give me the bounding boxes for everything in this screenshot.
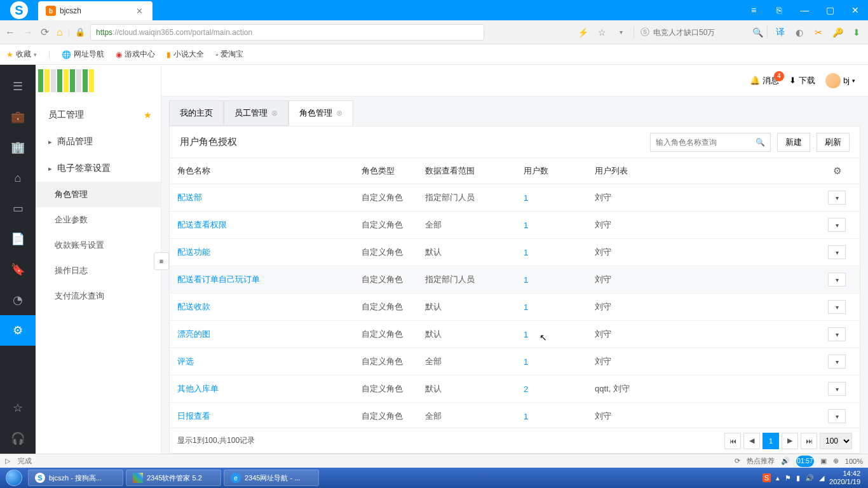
user-menu[interactable]: bj ▾ bbox=[825, 73, 855, 88]
chevron-down-icon[interactable]: ▾ bbox=[614, 29, 627, 36]
search-icon[interactable]: 🔍 bbox=[756, 138, 765, 147]
role-name-link[interactable]: 漂亮的图 bbox=[177, 329, 210, 339]
collapse-handle[interactable]: ≡ bbox=[154, 252, 169, 270]
user-count-link[interactable]: 1 bbox=[524, 220, 528, 230]
page-first[interactable]: ⏮ bbox=[724, 433, 741, 449]
browser-search-input[interactable] bbox=[653, 28, 749, 37]
taskbar-item[interactable]: 2345软件管家 5.2 bbox=[126, 470, 221, 486]
table-row[interactable]: 漂亮的图自定义角色默认1刘守▾ bbox=[170, 321, 860, 348]
sidebar-dashboard-icon[interactable]: ◔ bbox=[0, 285, 36, 315]
tray-time[interactable]: 14:42 bbox=[829, 470, 860, 478]
menu-sub-item[interactable]: 支付流水查询 bbox=[36, 283, 161, 309]
star-icon[interactable]: ☆ bbox=[595, 27, 608, 37]
browser-search[interactable]: ⓢ 🔍 bbox=[634, 27, 761, 38]
gear-icon[interactable]: ⚙ bbox=[833, 165, 841, 176]
row-action-dropdown[interactable]: ▾ bbox=[828, 409, 846, 423]
role-name-link[interactable]: 日报查看 bbox=[177, 411, 210, 421]
sidebar-home-icon[interactable]: ⌂ bbox=[0, 163, 36, 193]
menu-category[interactable]: ▸ 商品管理 bbox=[36, 128, 161, 155]
row-action-dropdown[interactable]: ▾ bbox=[828, 273, 846, 287]
menu-category[interactable]: 员工管理 ★ bbox=[36, 102, 161, 128]
bookmark-item[interactable]: ▫爱淘宝 bbox=[215, 49, 243, 60]
recommend-icon[interactable]: ⟳ bbox=[735, 457, 740, 465]
tab-close-icon[interactable]: ⊗ bbox=[271, 109, 278, 118]
table-row[interactable]: 其他入库单自定义角色默认2qqtt, 刘守▾ bbox=[170, 376, 860, 403]
reload-button[interactable]: ⟳ bbox=[41, 26, 49, 38]
role-name-link[interactable]: 配送查看权限 bbox=[177, 220, 227, 229]
user-count-link[interactable]: 1 bbox=[524, 193, 528, 203]
menu-sub-item[interactable]: 操作日志 bbox=[36, 258, 161, 283]
menu-icon[interactable]: ≡ bbox=[741, 0, 766, 20]
row-action-dropdown[interactable]: ▾ bbox=[828, 355, 846, 369]
menu-sub-item[interactable]: 角色管理 bbox=[36, 182, 161, 207]
sidebar-building-icon[interactable]: 🏢 bbox=[0, 132, 36, 163]
tab-close-icon[interactable]: ✕ bbox=[136, 6, 145, 16]
row-action-dropdown[interactable]: ▾ bbox=[828, 300, 846, 314]
key-icon[interactable]: 🔑 bbox=[831, 27, 844, 37]
menu-sub-item[interactable]: 企业参数 bbox=[36, 207, 161, 233]
table-row[interactable]: 配送查看权限自定义角色全部1刘守▾ bbox=[170, 212, 860, 239]
bookmark-item[interactable]: ◉游戏中心 bbox=[116, 49, 155, 60]
page-tab[interactable]: 角色管理⊗ bbox=[288, 100, 353, 126]
user-count-link[interactable]: 2 bbox=[524, 384, 528, 394]
volume-icon[interactable]: 🔊 bbox=[805, 474, 814, 482]
taskbar-item[interactable]: e2345网址导航 - ... bbox=[224, 470, 319, 486]
flag-icon[interactable]: ⚑ bbox=[785, 474, 791, 482]
bookmark-item[interactable]: ▮小说大全 bbox=[166, 49, 204, 60]
row-action-dropdown[interactable]: ▾ bbox=[828, 245, 846, 259]
maximize-icon[interactable]: ▢ bbox=[817, 0, 843, 20]
user-count-link[interactable]: 1 bbox=[524, 357, 528, 367]
search-icon[interactable]: 🔍 bbox=[752, 27, 763, 37]
sidebar-menu-icon[interactable]: ☰ bbox=[0, 71, 36, 102]
sidebar-ribbon-icon[interactable]: 🔖 bbox=[0, 254, 36, 285]
page-current[interactable]: 1 bbox=[763, 433, 779, 449]
cut-icon[interactable]: ✂ bbox=[812, 27, 825, 37]
forward-button[interactable]: → bbox=[23, 27, 33, 38]
role-name-link[interactable]: 配送部 bbox=[177, 193, 202, 202]
close-icon[interactable]: ✕ bbox=[843, 0, 868, 20]
start-button[interactable] bbox=[3, 469, 25, 487]
capture-icon[interactable]: ◐ bbox=[793, 27, 806, 37]
page-size-select[interactable]: 100 bbox=[820, 433, 852, 449]
browser-tab[interactable]: b bjcszh ✕ bbox=[38, 1, 153, 20]
sidebar-settings-icon[interactable]: ⚙ bbox=[0, 315, 36, 346]
page-prev[interactable]: ◀ bbox=[743, 433, 760, 449]
row-action-dropdown[interactable]: ▾ bbox=[828, 191, 846, 205]
role-name-link[interactable]: 其他入库单 bbox=[177, 384, 219, 393]
table-row[interactable]: 配送功能自定义角色默认1刘守▾ bbox=[170, 239, 860, 266]
table-row[interactable]: 日报查看自定义角色全部1刘守▾ bbox=[170, 403, 860, 428]
browser-logo[interactable]: S bbox=[0, 0, 38, 20]
page-tab[interactable]: 员工管理⊗ bbox=[224, 100, 288, 126]
new-button[interactable]: 新建 bbox=[777, 133, 810, 152]
row-action-dropdown[interactable]: ▾ bbox=[828, 382, 846, 396]
battery-icon[interactable]: ▮ bbox=[796, 474, 800, 482]
role-name-link[interactable]: 配送看订单自己玩订单 bbox=[177, 274, 260, 284]
page-tab[interactable]: 我的主页 bbox=[169, 100, 224, 126]
user-count-link[interactable]: 1 bbox=[524, 330, 528, 339]
bookmark-item[interactable]: 🌐网址导航 bbox=[62, 49, 104, 60]
flash-icon[interactable]: ⚡ bbox=[576, 27, 589, 37]
table-row[interactable]: 配送部自定义角色指定部门人员1刘守▾ bbox=[170, 184, 860, 212]
sidebar-headset-icon[interactable]: 🎧 bbox=[0, 423, 36, 454]
sidebar-doc-icon[interactable]: 📄 bbox=[0, 224, 36, 254]
table-row[interactable]: 配送看订单自己玩订单自定义角色指定部门人员1刘守▾ bbox=[170, 266, 860, 294]
news-icon[interactable]: ▣ bbox=[820, 457, 827, 465]
table-row[interactable]: 评选自定义角色全部1刘守▾ bbox=[170, 348, 860, 376]
role-name-link[interactable]: 配送功能 bbox=[177, 247, 210, 257]
user-count-link[interactable]: 1 bbox=[524, 302, 528, 312]
ime-icon[interactable]: S bbox=[763, 473, 771, 482]
role-name-link[interactable]: 评选 bbox=[177, 356, 194, 366]
download-link[interactable]: ⬇ 下载 bbox=[789, 75, 815, 86]
sidebar-store-icon[interactable]: ▭ bbox=[0, 193, 36, 224]
taskbar-item[interactable]: Sbjcszh - 搜狗高... bbox=[28, 470, 123, 486]
translate-icon[interactable]: 译 bbox=[774, 27, 787, 38]
sidebar-star-icon[interactable]: ☆ bbox=[0, 393, 36, 423]
role-search-input[interactable] bbox=[656, 138, 756, 147]
user-count-link[interactable]: 1 bbox=[524, 248, 528, 257]
play-icon[interactable]: ▷ bbox=[5, 457, 10, 465]
row-action-dropdown[interactable]: ▾ bbox=[828, 327, 846, 341]
menu-sub-item[interactable]: 收款账号设置 bbox=[36, 233, 161, 258]
messages-link[interactable]: 🔔 消息 4 bbox=[750, 75, 779, 86]
tray-up-icon[interactable]: ▴ bbox=[776, 474, 780, 482]
url-input[interactable]: https://cloud.waiqin365.com/portal/main.… bbox=[90, 24, 484, 41]
